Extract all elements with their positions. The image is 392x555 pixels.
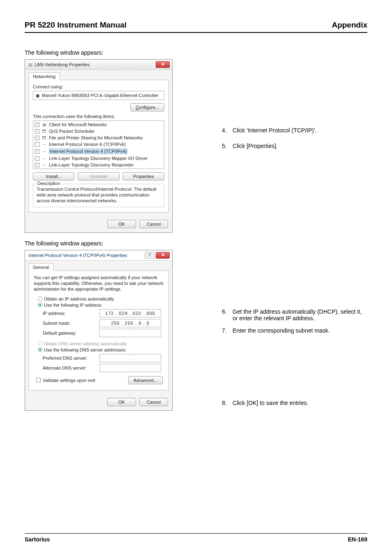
dialog-titlebar-2: Internet Protocol Version 4 (TCP/IPv4) P… <box>25 250 172 261</box>
list-item[interactable]: ✓🗔File and Printer Sharing for Microsoft… <box>35 135 163 141</box>
option-use-following-dns[interactable]: Use the following DNS server addresses: <box>38 347 164 352</box>
list-item[interactable]: ⎓Internet Protocol Version 6 (TCP/IPv6) <box>35 141 163 147</box>
manual-title: PR 5220 Instrument Manual <box>25 21 127 30</box>
alternate-dns-label: Alternate DNS server: <box>43 365 99 370</box>
page-header: PR 5220 Instrument Manual Appendix <box>25 21 367 33</box>
tab-networking[interactable]: Networking <box>28 72 60 80</box>
ip-address-label: IP address: <box>43 311 99 316</box>
list-item[interactable]: ✓🖳Client for Microsoft Networks <box>35 122 163 127</box>
install-button[interactable]: Install... <box>33 172 74 180</box>
step-text-6: Get the IP address automatically (DHCP),… <box>233 308 367 321</box>
step-text-7: Enter the corresponding subnet mask. <box>233 327 367 334</box>
item-icon: ⎓ <box>42 163 47 167</box>
preferred-dns-input[interactable]: . . . <box>99 354 161 362</box>
item-icon: 🗔 <box>42 129 47 134</box>
item-icon: 🖳 <box>42 123 47 127</box>
ok-button[interactable]: OK <box>107 398 136 406</box>
validate-label: Validate settings upon exit <box>43 378 95 383</box>
item-name: Link-Layer Topology Discovery Mapper I/O… <box>49 156 148 161</box>
configure-button[interactable]: Configure... <box>130 103 164 111</box>
step-num-8: 8. <box>222 400 233 406</box>
cancel-button[interactable]: Cancel <box>139 220 168 228</box>
ipv4-properties-dialog: Internet Protocol Version 4 (TCP/IPv4) P… <box>25 250 173 410</box>
option-label: Use the following IP address: <box>44 303 102 308</box>
subnet-mask-label: Subnet mask: <box>43 321 99 326</box>
description-group: Description Transmission Control Protoco… <box>33 184 164 207</box>
item-name: File and Printer Sharing for Microsoft N… <box>49 135 143 140</box>
radio-icon <box>38 296 42 301</box>
ipv4-intro-text: You can get IP settings assigned automat… <box>34 275 164 292</box>
ip-address-input[interactable]: 172 . 024 . 022 . 005 <box>99 309 161 317</box>
close-icon[interactable]: ✕ <box>156 252 170 259</box>
step-num-4: 4. <box>222 127 233 134</box>
close-icon[interactable]: ✕ <box>156 61 170 68</box>
checkbox-icon[interactable]: ✓ <box>35 149 39 154</box>
option-label: Use the following DNS server addresses: <box>44 347 127 352</box>
intro-text-1: The following window appears: <box>25 49 367 56</box>
item-icon: ⎓ <box>42 149 47 154</box>
radio-icon <box>38 341 42 346</box>
radio-icon <box>38 347 42 352</box>
option-obtain-dns-auto: Obtain DNS server address automatically <box>38 341 164 346</box>
step-num-7: 7. <box>222 327 233 334</box>
checkbox-icon[interactable] <box>35 142 39 147</box>
list-item[interactable]: ✓⎓Link-Layer Topology Discovery Mapper I… <box>35 155 163 161</box>
validate-checkbox[interactable]: Validate settings upon exit <box>36 378 95 383</box>
option-use-following-ip[interactable]: Use the following IP address: <box>38 303 164 308</box>
description-legend: Description <box>36 181 62 186</box>
help-icon[interactable]: ? <box>145 252 154 259</box>
step-num-6: 6. <box>222 308 233 321</box>
description-text: Transmission Control Protocol/Internet P… <box>37 187 161 204</box>
radio-icon <box>38 303 42 307</box>
properties-button[interactable]: Properties <box>123 172 164 180</box>
step-text-5: Click [Properties]. <box>233 143 367 149</box>
item-icon: ⎓ <box>42 156 47 161</box>
footer-brand: Sartorius <box>25 536 50 543</box>
option-label: Obtain an IP address automatically <box>44 296 114 301</box>
adapter-icon: ▣ <box>36 93 39 98</box>
cancel-button[interactable]: Cancel <box>139 398 168 406</box>
item-name: Link-Layer Topology Discovery Responder <box>49 162 134 167</box>
step-text-8: Click [OK] to save the entries. <box>233 400 367 406</box>
item-name: Internet Protocol Version 6 (TCP/IPv6) <box>49 142 126 147</box>
lan-properties-dialog: ▤ LAN-Verbindung Properties ✕ Networking… <box>25 59 173 233</box>
connection-items-list[interactable]: ✓🖳Client for Microsoft Networks✓🗔QoS Pac… <box>33 120 164 169</box>
list-item[interactable]: ✓🗔QoS Packet Scheduler <box>35 128 163 134</box>
dialog-icon: ▤ <box>28 62 32 67</box>
checkbox-icon[interactable]: ✓ <box>35 156 39 161</box>
uninstall-button[interactable]: Uninstall <box>78 172 119 180</box>
step-text-4: Click 'Internet Protocol (TCP/IP)'. <box>233 127 367 134</box>
default-gateway-input[interactable]: . . . <box>99 329 161 337</box>
item-name: Internet Protocol Version 4 (TCP/IPv4) <box>49 148 127 154</box>
page-footer: Sartorius EN-169 <box>25 533 367 543</box>
subnet-mask-input[interactable]: 255 . 255 . 0 . 0 <box>99 319 161 327</box>
option-label: Obtain DNS server address automatically <box>44 341 127 346</box>
preferred-dns-label: Preferred DNS server: <box>43 356 99 361</box>
item-icon: ⎓ <box>42 142 47 147</box>
default-gateway-label: Default gateway: <box>43 331 99 335</box>
option-obtain-ip-auto[interactable]: Obtain an IP address automatically <box>38 296 164 301</box>
adapter-name: Marvell Yukon 88E8053 PCI-E-Gigabit-Ethe… <box>42 93 159 98</box>
dialog-titlebar: ▤ LAN-Verbindung Properties ✕ <box>25 60 172 70</box>
checkbox-icon[interactable]: ✓ <box>35 123 39 127</box>
alternate-dns-input[interactable]: . . . <box>99 364 161 372</box>
checkbox-icon[interactable]: ✓ <box>35 129 39 134</box>
advanced-button[interactable]: Advanced... <box>128 376 163 384</box>
dialog-title: LAN-Verbindung Properties <box>35 62 90 67</box>
tab-general[interactable]: General <box>28 263 53 271</box>
connect-using-label: Connect using: <box>33 84 164 89</box>
item-name: Client for Microsoft Networks <box>49 122 107 127</box>
list-item[interactable]: ✓⎓Link-Layer Topology Discovery Responde… <box>35 162 163 168</box>
list-item[interactable]: ✓⎓Internet Protocol Version 4 (TCP/IPv4) <box>35 148 163 155</box>
checkbox-icon[interactable]: ✓ <box>35 163 39 167</box>
footer-page: EN-169 <box>348 536 367 543</box>
item-name: QoS Packet Scheduler <box>49 129 95 134</box>
uses-items-label: This connection uses the following items… <box>33 114 164 119</box>
intro-text-2: The following window appears: <box>25 240 367 247</box>
step-num-5: 5. <box>222 143 233 149</box>
ok-button[interactable]: OK <box>107 220 136 228</box>
checkbox-icon <box>36 378 41 382</box>
item-icon: 🗔 <box>42 136 47 140</box>
adapter-field: ▣ Marvell Yukon 88E8053 PCI-E-Gigabit-Et… <box>33 91 164 100</box>
checkbox-icon[interactable]: ✓ <box>35 136 39 140</box>
